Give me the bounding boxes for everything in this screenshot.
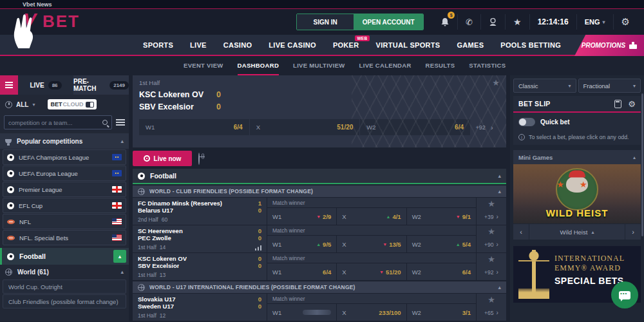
more-markets-count[interactable]: +90 — [484, 242, 493, 248]
odd-w1[interactable]: W1 ▲9/5 — [267, 236, 336, 252]
match-row[interactable]: FC Dinamo Minsk (Reserves)1 Belarus U170… — [133, 198, 506, 225]
carousel-prev-button[interactable]: ‹ — [513, 224, 529, 240]
quick-bet-toggle[interactable] — [518, 118, 535, 126]
tab-live-sidebar[interactable]: LIVE 86 — [18, 75, 73, 95]
mini-games-header[interactable]: Mini Games ▴ — [513, 150, 641, 164]
sidebar-menu-button[interactable] — [0, 75, 18, 95]
notifications-button[interactable]: $ — [433, 14, 457, 30]
odd-x[interactable]: X ▼13/5 — [337, 236, 406, 252]
collapse-filter-icon[interactable] — [116, 119, 125, 126]
match-row[interactable]: SC Heerenveen0 PEC Zwolle0 1st Half14 Ma… — [133, 225, 506, 252]
match-info[interactable]: FC Dinamo Minsk (Reserves)1 Belarus U170… — [133, 198, 267, 225]
more-markets-count[interactable]: +65 — [484, 310, 493, 316]
match-row[interactable]: KSC Lokeren OV0 SBV Excelsior0 1st Half1… — [133, 253, 506, 280]
odd-w2[interactable]: W2 3/1 — [407, 304, 476, 321]
favorite-star-icon[interactable]: ★ — [492, 79, 500, 87]
more-markets-count[interactable]: +39 — [484, 214, 493, 220]
stats-icon[interactable] — [255, 245, 261, 251]
language-selector[interactable]: ENG ▾ — [576, 14, 613, 30]
chevron-right-icon[interactable]: › — [497, 213, 498, 220]
odds-format-select[interactable]: Fractional▾ — [578, 79, 641, 93]
favorite-star-icon[interactable]: ★ — [488, 227, 495, 236]
nav-sports[interactable]: SPORTS — [143, 41, 173, 49]
nav-pools-betting[interactable]: POOLS BETTING — [500, 41, 561, 49]
sidebar-item-efl-cup[interactable]: EFL Cup — [3, 198, 126, 213]
chevron-right-icon[interactable]: › — [491, 124, 500, 131]
tab-prematch-sidebar[interactable]: PRE-MATCH 2149 — [73, 75, 129, 95]
odd-w1[interactable]: W16/4 — [139, 119, 249, 135]
favorite-star-icon[interactable]: ★ — [488, 255, 495, 263]
sign-in-button[interactable]: SIGN IN — [297, 14, 354, 30]
tab-dashboard[interactable]: DASHBOARD — [238, 56, 279, 75]
sidebar-item-club-friendlies[interactable]: Club Friendlies (possible format change) — [3, 294, 126, 308]
tab-live-calendar[interactable]: LIVE CALENDAR — [359, 56, 412, 75]
odd-x[interactable]: X ▼51/20 — [337, 263, 406, 280]
odd-x[interactable]: X51/20 — [250, 119, 360, 135]
sidebar-item-nfl-special-bets[interactable]: NFL. Special Bets — [3, 230, 126, 245]
sidebar-item-world-cup-outright[interactable]: World Cup. Outright — [3, 279, 126, 294]
odd-x[interactable]: X 233/100 — [337, 304, 406, 321]
chevron-right-icon[interactable]: › — [497, 309, 498, 316]
featured-match-card[interactable]: 1st Half ★ KSC Lokeren OV 0 SBV Excelsio… — [133, 75, 506, 147]
odd-w2[interactable]: W2 6/4 — [407, 263, 476, 280]
open-account-button[interactable]: OPEN ACCOUNT — [354, 14, 423, 30]
view-mode-select[interactable]: Classic▾ — [513, 79, 576, 93]
section-header-u17-friendlies[interactable]: WORLD - U17 INTERNATIONAL FRIENDLIES (PO… — [133, 281, 506, 293]
sidebar-item-uefa-champions-league[interactable]: UEFA Champions League — [3, 149, 126, 165]
chevron-right-icon[interactable]: › — [497, 269, 498, 276]
popular-competitions-header[interactable]: Popular competitions ▴ — [0, 133, 129, 149]
more-markets-count[interactable]: +92 — [484, 269, 493, 276]
nav-live[interactable]: LIVE — [190, 41, 207, 49]
sidebar-item-nfl[interactable]: NFL — [3, 214, 126, 229]
section-header-club-friendlies[interactable]: WORLD - CLUB FRIENDLIES (POSSIBLE FORMAT… — [133, 185, 506, 197]
search-input[interactable] — [8, 119, 102, 126]
odd-w2[interactable]: W2 ▲5/4 — [407, 236, 476, 252]
odd-w1[interactable]: W1 6/4 — [267, 263, 336, 280]
tab-event-view[interactable]: EVENT VIEW — [184, 56, 223, 75]
sidebar-football-section[interactable]: Football ▴ — [0, 248, 129, 265]
odd-w1-loading[interactable]: W1 — [267, 304, 336, 321]
chevron-down-icon[interactable]: ▾ — [32, 102, 35, 108]
sidebar-item-premier-league[interactable]: Premier League — [3, 182, 126, 197]
tab-statistics[interactable]: STATISTICS — [469, 56, 506, 75]
match-info[interactable]: Slovakia U170 Sweden U170 1st Half12 — [133, 294, 267, 321]
odd-w2[interactable]: W26/4 — [360, 119, 470, 135]
filter-all-dropdown[interactable]: ALL — [16, 101, 28, 108]
tab-live-multiview[interactable]: LIVE MULTIVIEW — [293, 56, 345, 75]
collapse-button[interactable]: ▴ — [113, 250, 126, 263]
chevron-right-icon[interactable]: › — [497, 241, 498, 248]
live-support-button[interactable] — [480, 14, 505, 30]
favorite-star-icon[interactable]: ★ — [488, 200, 495, 208]
more-markets-count[interactable]: +92 — [471, 124, 490, 131]
favorites-button[interactable]: ★ — [505, 14, 529, 30]
football-group-header[interactable]: Football ▴ — [133, 169, 506, 184]
sidebar-world-section[interactable]: World (61) ▴ — [0, 265, 129, 279]
nav-live-casino[interactable]: LIVE CASINO — [269, 41, 316, 49]
nav-games[interactable]: GAMES — [457, 41, 484, 49]
match-row[interactable]: Slovakia U170 Sweden U170 1st Half12 Mat… — [133, 294, 506, 321]
settings-button[interactable]: ⚙ — [613, 14, 638, 30]
vbet-logo[interactable]: V BET — [5, 10, 108, 44]
match-info[interactable]: SC Heerenveen0 PEC Zwolle0 1st Half14 — [133, 225, 267, 252]
search-icon[interactable] — [102, 120, 108, 125]
carousel-current-game[interactable]: Wild Heist▴ — [529, 224, 625, 240]
tab-results[interactable]: RESULTS — [426, 56, 455, 75]
news-bar-link[interactable]: Vbet News — [23, 1, 52, 8]
gear-icon[interactable]: ⚙ — [628, 99, 636, 109]
odd-w2[interactable]: W2 ▼9/1 — [407, 208, 476, 225]
scrollbar[interactable] — [641, 93, 643, 236]
live-now-button[interactable]: Live now — [133, 151, 192, 166]
match-info[interactable]: KSC Lokeren OV0 SBV Excelsior0 1st Half1… — [133, 253, 267, 280]
betcloud-toggle[interactable]: BETCLOUD — [48, 99, 97, 109]
wild-heist-banner[interactable]: ★ ★ WILD HEIST — [513, 164, 641, 223]
nav-casino[interactable]: CASINO — [223, 41, 252, 49]
favorite-star-icon[interactable]: ★ — [488, 296, 495, 304]
region-filter-button[interactable] — [198, 153, 209, 164]
odd-x[interactable]: X ▲4/1 — [337, 208, 406, 225]
sidebar-item-uefa-europa-league[interactable]: UEFA Europa League — [3, 166, 126, 181]
calculator-icon[interactable] — [614, 100, 621, 108]
carousel-next-button[interactable]: › — [625, 224, 641, 240]
promotions-button[interactable]: PROMOTIONS — [574, 35, 644, 56]
live-chat-button[interactable] — [611, 281, 638, 308]
phone-support-button[interactable]: ✆ — [457, 14, 480, 30]
